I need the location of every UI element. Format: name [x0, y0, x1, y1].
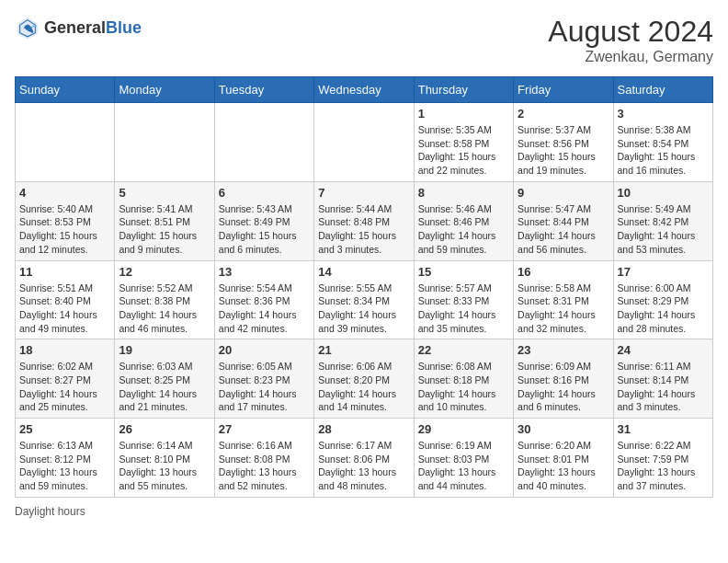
weekday-header-friday: Friday — [514, 77, 613, 103]
calendar-cell: 30Sunrise: 6:20 AM Sunset: 8:01 PM Dayli… — [514, 419, 613, 498]
day-info: Sunrise: 5:43 AM Sunset: 8:49 PM Dayligh… — [219, 202, 310, 257]
logo-general-text: General — [44, 18, 106, 37]
week-row-5: 25Sunrise: 6:13 AM Sunset: 8:12 PM Dayli… — [16, 419, 713, 498]
day-number: 12 — [119, 265, 210, 279]
footer-note: Daylight hours — [15, 505, 713, 518]
calendar-cell: 31Sunrise: 6:22 AM Sunset: 7:59 PM Dayli… — [613, 419, 712, 498]
week-row-3: 11Sunrise: 5:51 AM Sunset: 8:40 PM Dayli… — [16, 260, 713, 339]
day-info: Sunrise: 6:06 AM Sunset: 8:20 PM Dayligh… — [318, 360, 409, 414]
day-number: 23 — [518, 343, 609, 357]
calendar-cell: 2Sunrise: 5:37 AM Sunset: 8:56 PM Daylig… — [514, 103, 613, 182]
day-info: Sunrise: 6:02 AM Sunset: 8:27 PM Dayligh… — [19, 360, 110, 414]
calendar-cell: 22Sunrise: 6:08 AM Sunset: 8:18 PM Dayli… — [414, 339, 513, 419]
title-block: August 2024 Zwenkau, Germany — [548, 15, 713, 65]
day-info: Sunrise: 6:16 AM Sunset: 8:08 PM Dayligh… — [219, 439, 310, 493]
calendar-cell: 15Sunrise: 5:57 AM Sunset: 8:33 PM Dayli… — [414, 260, 513, 339]
month-year-title: August 2024 — [548, 15, 713, 49]
calendar-cell: 28Sunrise: 6:17 AM Sunset: 8:06 PM Dayli… — [314, 419, 414, 498]
logo-blue-text: Blue — [106, 18, 142, 37]
calendar-cell: 8Sunrise: 5:46 AM Sunset: 8:46 PM Daylig… — [414, 181, 513, 260]
calendar-cell: 5Sunrise: 5:41 AM Sunset: 8:51 PM Daylig… — [115, 181, 214, 260]
calendar-cell: 23Sunrise: 6:09 AM Sunset: 8:16 PM Dayli… — [514, 339, 613, 419]
day-info: Sunrise: 6:08 AM Sunset: 8:18 PM Dayligh… — [418, 360, 509, 414]
day-info: Sunrise: 5:51 AM Sunset: 8:40 PM Dayligh… — [19, 282, 110, 336]
day-info: Sunrise: 5:37 AM Sunset: 8:56 PM Dayligh… — [518, 123, 609, 178]
day-info: Sunrise: 6:20 AM Sunset: 8:01 PM Dayligh… — [518, 439, 609, 493]
day-number: 10 — [618, 186, 709, 200]
weekday-header-tuesday: Tuesday — [214, 77, 313, 103]
weekday-header-row: SundayMondayTuesdayWednesdayThursdayFrid… — [16, 77, 713, 103]
day-info: Sunrise: 6:13 AM Sunset: 8:12 PM Dayligh… — [19, 439, 110, 493]
weekday-header-thursday: Thursday — [414, 77, 513, 103]
day-info: Sunrise: 5:44 AM Sunset: 8:48 PM Dayligh… — [318, 202, 409, 257]
calendar-table: SundayMondayTuesdayWednesdayThursdayFrid… — [15, 76, 713, 498]
calendar-cell: 14Sunrise: 5:55 AM Sunset: 8:34 PM Dayli… — [314, 260, 414, 339]
calendar-cell: 21Sunrise: 6:06 AM Sunset: 8:20 PM Dayli… — [314, 339, 414, 419]
day-info: Sunrise: 5:41 AM Sunset: 8:51 PM Dayligh… — [119, 202, 210, 257]
day-number: 4 — [19, 186, 110, 200]
calendar-cell: 3Sunrise: 5:38 AM Sunset: 8:54 PM Daylig… — [613, 103, 712, 182]
day-number: 14 — [318, 265, 409, 279]
daylight-label: Daylight hours — [15, 505, 85, 518]
day-number: 21 — [318, 343, 409, 357]
calendar-cell: 4Sunrise: 5:40 AM Sunset: 8:53 PM Daylig… — [16, 181, 115, 260]
calendar-cell — [214, 103, 313, 182]
weekday-header-saturday: Saturday — [613, 77, 712, 103]
week-row-4: 18Sunrise: 6:02 AM Sunset: 8:27 PM Dayli… — [16, 339, 713, 419]
weekday-header-sunday: Sunday — [16, 77, 115, 103]
calendar-cell: 19Sunrise: 6:03 AM Sunset: 8:25 PM Dayli… — [115, 339, 214, 419]
day-number: 31 — [618, 422, 709, 436]
day-number: 11 — [19, 265, 110, 279]
page-header: GeneralBlue August 2024 Zwenkau, Germany — [15, 15, 713, 65]
week-row-1: 1Sunrise: 5:35 AM Sunset: 8:58 PM Daylig… — [16, 103, 713, 182]
day-info: Sunrise: 5:49 AM Sunset: 8:42 PM Dayligh… — [618, 202, 709, 257]
day-number: 17 — [618, 265, 709, 279]
day-info: Sunrise: 6:00 AM Sunset: 8:29 PM Dayligh… — [618, 282, 709, 336]
logo-icon — [15, 15, 40, 40]
day-info: Sunrise: 5:54 AM Sunset: 8:36 PM Dayligh… — [219, 282, 310, 336]
day-info: Sunrise: 5:47 AM Sunset: 8:44 PM Dayligh… — [518, 202, 609, 257]
location-subtitle: Zwenkau, Germany — [548, 49, 713, 65]
day-number: 22 — [418, 343, 509, 357]
day-info: Sunrise: 6:22 AM Sunset: 7:59 PM Dayligh… — [618, 439, 709, 493]
calendar-cell: 24Sunrise: 6:11 AM Sunset: 8:14 PM Dayli… — [613, 339, 712, 419]
day-number: 26 — [119, 422, 210, 436]
calendar-cell: 12Sunrise: 5:52 AM Sunset: 8:38 PM Dayli… — [115, 260, 214, 339]
weekday-header-wednesday: Wednesday — [314, 77, 414, 103]
day-info: Sunrise: 6:19 AM Sunset: 8:03 PM Dayligh… — [418, 439, 509, 493]
calendar-cell: 11Sunrise: 5:51 AM Sunset: 8:40 PM Dayli… — [16, 260, 115, 339]
day-number: 30 — [518, 422, 609, 436]
day-number: 29 — [418, 422, 509, 436]
day-number: 24 — [618, 343, 709, 357]
logo-wordmark: GeneralBlue — [44, 18, 142, 38]
day-info: Sunrise: 5:46 AM Sunset: 8:46 PM Dayligh… — [418, 202, 509, 257]
day-number: 15 — [418, 265, 509, 279]
calendar-cell — [314, 103, 414, 182]
day-number: 28 — [318, 422, 409, 436]
calendar-cell: 16Sunrise: 5:58 AM Sunset: 8:31 PM Dayli… — [514, 260, 613, 339]
day-number: 20 — [219, 343, 310, 357]
day-info: Sunrise: 5:52 AM Sunset: 8:38 PM Dayligh… — [119, 282, 210, 336]
day-number: 16 — [518, 265, 609, 279]
day-info: Sunrise: 6:14 AM Sunset: 8:10 PM Dayligh… — [119, 439, 210, 493]
calendar-cell: 29Sunrise: 6:19 AM Sunset: 8:03 PM Dayli… — [414, 419, 513, 498]
day-number: 9 — [518, 186, 609, 200]
day-info: Sunrise: 5:55 AM Sunset: 8:34 PM Dayligh… — [318, 282, 409, 336]
calendar-cell: 25Sunrise: 6:13 AM Sunset: 8:12 PM Dayli… — [16, 419, 115, 498]
day-number: 6 — [219, 186, 310, 200]
day-number: 13 — [219, 265, 310, 279]
calendar-cell: 10Sunrise: 5:49 AM Sunset: 8:42 PM Dayli… — [613, 181, 712, 260]
day-info: Sunrise: 6:11 AM Sunset: 8:14 PM Dayligh… — [618, 360, 709, 414]
day-number: 5 — [119, 186, 210, 200]
day-number: 25 — [19, 422, 110, 436]
day-number: 19 — [119, 343, 210, 357]
calendar-cell — [115, 103, 214, 182]
calendar-cell: 1Sunrise: 5:35 AM Sunset: 8:58 PM Daylig… — [414, 103, 513, 182]
calendar-cell — [16, 103, 115, 182]
day-number: 3 — [618, 107, 709, 121]
day-number: 27 — [219, 422, 310, 436]
day-info: Sunrise: 5:40 AM Sunset: 8:53 PM Dayligh… — [19, 202, 110, 257]
calendar-cell: 26Sunrise: 6:14 AM Sunset: 8:10 PM Dayli… — [115, 419, 214, 498]
day-number: 1 — [418, 107, 509, 121]
day-info: Sunrise: 6:05 AM Sunset: 8:23 PM Dayligh… — [219, 360, 310, 414]
